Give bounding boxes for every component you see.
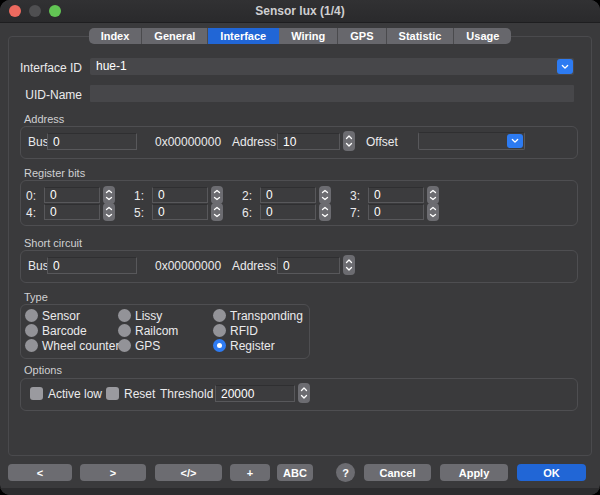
reset-checkbox[interactable] [106, 387, 119, 400]
stepper-arrows-icon [427, 203, 439, 221]
register-bit-0-stepper[interactable] [103, 186, 115, 204]
register-bit-1-stepper[interactable] [211, 186, 223, 204]
radio-wheel-counter[interactable] [25, 339, 38, 352]
stepper-arrows-icon [211, 186, 223, 204]
register-bit-4-input[interactable] [44, 204, 100, 220]
code-button[interactable]: </> [155, 464, 222, 481]
short-circuit-address-label: Address [232, 259, 276, 273]
register-bit-1-input[interactable] [152, 187, 208, 203]
register-bit-5-input[interactable] [152, 204, 208, 220]
interface-id-combobox[interactable]: hue-1 [90, 58, 574, 75]
register-bit-0-label: 0: [22, 189, 36, 203]
radio-lissy-label: Lissy [135, 309, 162, 323]
short-circuit-address-stepper[interactable] [343, 255, 355, 275]
apply-button[interactable]: Apply [440, 464, 508, 481]
prev-button[interactable]: < [8, 464, 72, 481]
stepper-arrows-icon [211, 203, 223, 221]
register-bit-3-stepper[interactable] [427, 186, 439, 204]
short-circuit-address-input[interactable] [277, 257, 340, 274]
chevron-down-icon [559, 61, 571, 73]
stepper-arrows-icon [103, 203, 115, 221]
radio-register[interactable] [213, 339, 226, 352]
register-bit-0-input[interactable] [44, 187, 100, 203]
register-bit-4-stepper[interactable] [103, 203, 115, 221]
tab-statistic[interactable]: Statistic [387, 28, 455, 44]
register-bit-6-stepper[interactable] [319, 203, 331, 221]
uid-name-label: UID-Name [0, 88, 82, 102]
register-bit-5-stepper[interactable] [211, 203, 223, 221]
threshold-stepper[interactable] [298, 383, 310, 403]
radio-register-label: Register [230, 339, 275, 353]
radio-rfid[interactable] [213, 324, 226, 337]
register-bit-4-label: 4: [22, 206, 36, 220]
address-offset-label: Offset [366, 135, 398, 149]
ok-button[interactable]: OK [517, 464, 586, 481]
tab-index[interactable]: Index [89, 28, 143, 44]
register-bit-3-input[interactable] [368, 187, 424, 203]
window-title: Sensor lux (1/4) [0, 4, 600, 18]
register-bit-2-input[interactable] [260, 187, 316, 203]
radio-barcode-label: Barcode [42, 324, 87, 338]
address-offset-dropdown-button[interactable] [507, 134, 523, 148]
tab-wiring[interactable]: Wiring [279, 28, 338, 44]
register-bit-5-label: 5: [130, 206, 144, 220]
radio-railcom[interactable] [118, 324, 131, 337]
tab-usage[interactable]: Usage [454, 28, 511, 44]
register-bit-7-stepper[interactable] [427, 203, 439, 221]
radio-lissy[interactable] [118, 309, 131, 322]
sensor-dialog-window: Sensor lux (1/4) Index General Interface… [0, 0, 600, 495]
cancel-button[interactable]: Cancel [364, 464, 431, 481]
stepper-arrows-icon [427, 186, 439, 204]
tab-interface[interactable]: Interface [208, 28, 279, 44]
chevron-down-icon [509, 135, 521, 147]
register-bits-group-label: Register bits [24, 167, 85, 179]
title-bar: Sensor lux (1/4) [0, 0, 600, 23]
short-circuit-bus-hex-label: 0x00000000 [155, 259, 221, 273]
options-group-label: Options [24, 364, 62, 376]
address-bus-input[interactable] [47, 133, 137, 150]
stepper-arrows-icon [343, 255, 355, 275]
stepper-arrows-icon [103, 186, 115, 204]
next-button[interactable]: > [80, 464, 146, 481]
threshold-label: Threshold [160, 387, 213, 401]
radio-transponding[interactable] [213, 309, 226, 322]
window-bottom-edge [0, 488, 600, 495]
register-bit-7-label: 7: [346, 206, 360, 220]
active-low-label: Active low [48, 387, 102, 401]
interface-id-dropdown-button[interactable] [557, 59, 573, 74]
short-circuit-group-label: Short circuit [24, 237, 82, 249]
short-circuit-bus-input[interactable] [47, 257, 137, 274]
add-button[interactable]: + [230, 464, 270, 481]
radio-gps[interactable] [118, 339, 131, 352]
stepper-arrows-icon [319, 203, 331, 221]
register-bit-2-stepper[interactable] [319, 186, 331, 204]
interface-id-value: hue-1 [96, 59, 127, 74]
abc-button[interactable]: ABC [277, 464, 313, 481]
register-bit-6-input[interactable] [260, 204, 316, 220]
address-bus-hex-label: 0x00000000 [155, 135, 221, 149]
address-address-stepper[interactable] [343, 131, 355, 151]
radio-sensor[interactable] [25, 309, 38, 322]
active-low-checkbox[interactable] [30, 387, 43, 400]
radio-barcode[interactable] [25, 324, 38, 337]
tab-gps[interactable]: GPS [338, 28, 386, 44]
register-bit-2-label: 2: [238, 189, 252, 203]
reset-label: Reset [124, 387, 155, 401]
address-offset-combobox[interactable] [418, 132, 525, 150]
threshold-input[interactable] [215, 385, 295, 402]
register-bit-3-label: 3: [346, 189, 360, 203]
interface-id-label: Interface ID [0, 61, 82, 75]
uid-name-input[interactable] [90, 85, 574, 102]
radio-sensor-label: Sensor [42, 309, 80, 323]
address-address-input[interactable] [277, 133, 340, 150]
type-group-label: Type [24, 291, 48, 303]
tab-general[interactable]: General [142, 28, 208, 44]
help-button[interactable]: ? [336, 463, 355, 482]
address-address-label: Address [232, 135, 276, 149]
register-bit-7-input[interactable] [368, 204, 424, 220]
radio-railcom-label: Railcom [135, 324, 178, 338]
stepper-arrows-icon [343, 131, 355, 151]
stepper-arrows-icon [298, 383, 310, 403]
address-group-label: Address [24, 113, 64, 125]
radio-rfid-label: RFID [230, 324, 258, 338]
